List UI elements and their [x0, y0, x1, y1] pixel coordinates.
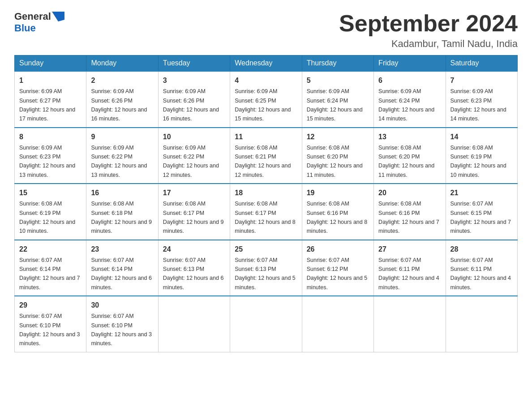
day-info: Sunrise: 6:09 AMSunset: 6:26 PMDaylight:…	[163, 88, 219, 122]
day-number: 9	[91, 132, 153, 142]
header-sunday: Sunday	[15, 56, 86, 72]
day-info: Sunrise: 6:07 AMSunset: 6:14 PMDaylight:…	[91, 257, 152, 291]
day-number: 23	[91, 244, 153, 255]
day-number: 12	[307, 132, 369, 142]
table-row: 13 Sunrise: 6:08 AMSunset: 6:20 PMDaylig…	[374, 128, 446, 184]
day-info: Sunrise: 6:08 AMSunset: 6:17 PMDaylight:…	[235, 201, 296, 234]
day-number: 19	[307, 188, 369, 198]
day-info: Sunrise: 6:09 AMSunset: 6:24 PMDaylight:…	[378, 88, 434, 122]
day-info: Sunrise: 6:08 AMSunset: 6:16 PMDaylight:…	[307, 201, 368, 234]
table-row	[158, 296, 230, 352]
header-thursday: Thursday	[302, 56, 373, 72]
day-number: 6	[378, 75, 441, 86]
day-number: 30	[91, 300, 153, 311]
day-number: 14	[450, 132, 513, 142]
day-info: Sunrise: 6:09 AMSunset: 6:26 PMDaylight:…	[91, 88, 147, 122]
calendar-subtitle: Kadambur, Tamil Nadu, India	[339, 38, 518, 50]
day-number: 27	[378, 244, 441, 255]
table-row: 2 Sunrise: 6:09 AMSunset: 6:26 PMDayligh…	[86, 71, 158, 128]
day-info: Sunrise: 6:09 AMSunset: 6:22 PMDaylight:…	[163, 145, 219, 178]
table-row: 21 Sunrise: 6:07 AMSunset: 6:15 PMDaylig…	[446, 184, 517, 240]
day-number: 3	[163, 75, 225, 86]
table-row: 6 Sunrise: 6:09 AMSunset: 6:24 PMDayligh…	[374, 71, 446, 128]
days-header-row: Sunday Monday Tuesday Wednesday Thursday…	[15, 56, 518, 72]
day-number: 2	[91, 75, 153, 86]
table-row: 5 Sunrise: 6:09 AMSunset: 6:24 PMDayligh…	[302, 71, 373, 128]
table-row: 24 Sunrise: 6:07 AMSunset: 6:13 PMDaylig…	[158, 240, 230, 296]
svg-marker-0	[52, 12, 64, 21]
table-row: 11 Sunrise: 6:08 AMSunset: 6:21 PMDaylig…	[230, 128, 302, 184]
logo: General Blue	[14, 11, 64, 34]
day-number: 24	[163, 244, 225, 255]
day-info: Sunrise: 6:08 AMSunset: 6:17 PMDaylight:…	[163, 201, 224, 234]
header-tuesday: Tuesday	[158, 56, 230, 72]
table-row: 23 Sunrise: 6:07 AMSunset: 6:14 PMDaylig…	[86, 240, 158, 296]
page-header: General Blue September 2024 Kadambur, Ta…	[14, 11, 518, 50]
calendar-title: September 2024	[339, 11, 518, 36]
day-number: 28	[450, 244, 513, 255]
day-number: 13	[378, 132, 441, 142]
day-info: Sunrise: 6:07 AMSunset: 6:13 PMDaylight:…	[235, 257, 296, 291]
day-info: Sunrise: 6:07 AMSunset: 6:13 PMDaylight:…	[163, 257, 224, 291]
day-info: Sunrise: 6:08 AMSunset: 6:21 PMDaylight:…	[235, 145, 291, 178]
header-monday: Monday	[86, 56, 158, 72]
day-info: Sunrise: 6:09 AMSunset: 6:25 PMDaylight:…	[235, 88, 291, 122]
table-row: 16 Sunrise: 6:08 AMSunset: 6:18 PMDaylig…	[86, 184, 158, 240]
day-info: Sunrise: 6:07 AMSunset: 6:14 PMDaylight:…	[19, 257, 80, 291]
day-info: Sunrise: 6:08 AMSunset: 6:19 PMDaylight:…	[450, 145, 506, 178]
table-row: 26 Sunrise: 6:07 AMSunset: 6:12 PMDaylig…	[302, 240, 373, 296]
title-block: September 2024 Kadambur, Tamil Nadu, Ind…	[339, 11, 518, 50]
day-info: Sunrise: 6:07 AMSunset: 6:10 PMDaylight:…	[91, 313, 152, 347]
logo-blue-text: Blue	[14, 22, 36, 34]
day-info: Sunrise: 6:08 AMSunset: 6:19 PMDaylight:…	[19, 201, 75, 234]
day-number: 22	[19, 244, 82, 255]
day-number: 26	[307, 244, 369, 255]
header-friday: Friday	[374, 56, 446, 72]
table-row: 4 Sunrise: 6:09 AMSunset: 6:25 PMDayligh…	[230, 71, 302, 128]
day-number: 17	[163, 188, 225, 198]
day-info: Sunrise: 6:08 AMSunset: 6:18 PMDaylight:…	[91, 201, 152, 234]
header-wednesday: Wednesday	[230, 56, 302, 72]
day-number: 15	[19, 188, 82, 198]
day-number: 7	[450, 75, 513, 86]
table-row: 30 Sunrise: 6:07 AMSunset: 6:10 PMDaylig…	[86, 296, 158, 352]
table-row: 25 Sunrise: 6:07 AMSunset: 6:13 PMDaylig…	[230, 240, 302, 296]
logo-general-text: General	[14, 11, 51, 22]
day-info: Sunrise: 6:08 AMSunset: 6:20 PMDaylight:…	[378, 145, 434, 178]
calendar-table: Sunday Monday Tuesday Wednesday Thursday…	[14, 55, 518, 352]
day-number: 21	[450, 188, 513, 198]
table-row: 28 Sunrise: 6:07 AMSunset: 6:11 PMDaylig…	[446, 240, 517, 296]
day-number: 18	[235, 188, 297, 198]
day-number: 25	[235, 244, 297, 255]
day-info: Sunrise: 6:09 AMSunset: 6:24 PMDaylight:…	[307, 88, 363, 122]
day-number: 29	[19, 300, 82, 311]
day-info: Sunrise: 6:08 AMSunset: 6:16 PMDaylight:…	[378, 201, 439, 234]
table-row	[374, 296, 446, 352]
table-row: 18 Sunrise: 6:08 AMSunset: 6:17 PMDaylig…	[230, 184, 302, 240]
table-row: 9 Sunrise: 6:09 AMSunset: 6:22 PMDayligh…	[86, 128, 158, 184]
day-info: Sunrise: 6:07 AMSunset: 6:12 PMDaylight:…	[307, 257, 368, 291]
day-number: 8	[19, 132, 82, 142]
day-number: 16	[91, 188, 153, 198]
week-row-1: 1 Sunrise: 6:09 AMSunset: 6:27 PMDayligh…	[15, 71, 518, 128]
table-row: 19 Sunrise: 6:08 AMSunset: 6:16 PMDaylig…	[302, 184, 373, 240]
day-number: 10	[163, 132, 225, 142]
table-row: 10 Sunrise: 6:09 AMSunset: 6:22 PMDaylig…	[158, 128, 230, 184]
week-row-4: 22 Sunrise: 6:07 AMSunset: 6:14 PMDaylig…	[15, 240, 518, 296]
table-row: 14 Sunrise: 6:08 AMSunset: 6:19 PMDaylig…	[446, 128, 517, 184]
week-row-5: 29 Sunrise: 6:07 AMSunset: 6:10 PMDaylig…	[15, 296, 518, 352]
table-row	[302, 296, 373, 352]
table-row: 12 Sunrise: 6:08 AMSunset: 6:20 PMDaylig…	[302, 128, 373, 184]
table-row: 15 Sunrise: 6:08 AMSunset: 6:19 PMDaylig…	[15, 184, 86, 240]
table-row: 3 Sunrise: 6:09 AMSunset: 6:26 PMDayligh…	[158, 71, 230, 128]
day-info: Sunrise: 6:07 AMSunset: 6:15 PMDaylight:…	[450, 201, 511, 234]
table-row: 8 Sunrise: 6:09 AMSunset: 6:23 PMDayligh…	[15, 128, 86, 184]
week-row-2: 8 Sunrise: 6:09 AMSunset: 6:23 PMDayligh…	[15, 128, 518, 184]
day-number: 11	[235, 132, 297, 142]
table-row: 22 Sunrise: 6:07 AMSunset: 6:14 PMDaylig…	[15, 240, 86, 296]
day-info: Sunrise: 6:09 AMSunset: 6:22 PMDaylight:…	[91, 145, 147, 178]
table-row: 27 Sunrise: 6:07 AMSunset: 6:11 PMDaylig…	[374, 240, 446, 296]
day-number: 1	[19, 75, 82, 86]
day-info: Sunrise: 6:07 AMSunset: 6:10 PMDaylight:…	[19, 313, 80, 347]
week-row-3: 15 Sunrise: 6:08 AMSunset: 6:19 PMDaylig…	[15, 184, 518, 240]
